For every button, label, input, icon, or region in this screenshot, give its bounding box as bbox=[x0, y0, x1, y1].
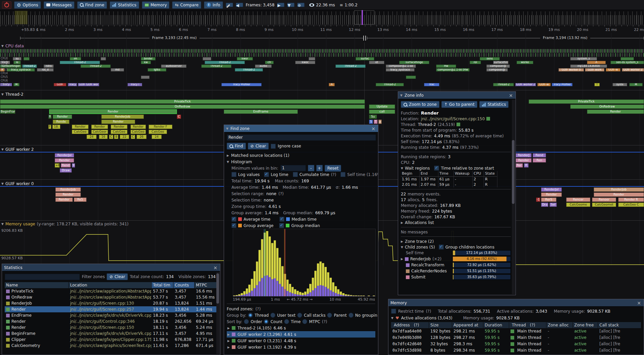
zone-bar[interactable]: Render bbox=[91, 125, 108, 129]
prev-frame-button[interactable]: ◀ bbox=[236, 3, 243, 7]
show-group-median-checkbox[interactable] bbox=[279, 223, 284, 228]
zone-bar[interactable]: GUIF GUIF wor bbox=[78, 83, 99, 86]
zone-bar[interactable]: Thread-2 bbox=[493, 83, 514, 86]
zone-bar[interactable]: Thread-2 bbox=[22, 64, 37, 68]
zone-bar[interactable]: C bbox=[131, 135, 135, 139]
zone-bar[interactable]: kwor bbox=[237, 57, 253, 60]
min-bin-input[interactable]: 1 bbox=[280, 165, 306, 171]
zone-bar[interactable]: M bbox=[13, 83, 19, 86]
zone-bar[interactable]: Render bbox=[55, 158, 74, 163]
zone-bar[interactable]: worke bbox=[517, 61, 533, 64]
table-row[interactable]: Renderjni/../jni/src/guif/Screen.cpp:150… bbox=[5, 324, 217, 330]
table-row-selected[interactable]: Renderjni/../jni/src/guif/Screen.cpp:257… bbox=[5, 306, 217, 312]
zone-bar[interactable]: Dra bbox=[541, 203, 548, 207]
alloc-call-stack[interactable]: [alloc] [fre bbox=[598, 341, 641, 347]
power-button[interactable] bbox=[2, 1, 11, 9]
frames-overview-strip[interactable] bbox=[0, 10, 644, 25]
zone-bar[interactable]: RenderJob bbox=[594, 187, 644, 192]
zone-bar[interactable]: M bbox=[629, 83, 643, 86]
zone-bar[interactable]: composer@ bbox=[486, 64, 510, 68]
zone-bar[interactable]: Thread-2 bbox=[80, 64, 111, 68]
zone-bar[interactable]: sens bbox=[480, 57, 500, 60]
collapse-icon[interactable]: ▼ bbox=[401, 246, 403, 249]
log-values-checkbox[interactable] bbox=[231, 172, 236, 177]
zone-bar[interactable]: cfr bbox=[265, 61, 274, 64]
found-zone-group[interactable]: ▶GUIF worker 0 (3,231)4.48 s bbox=[227, 338, 375, 344]
group-children-checkbox[interactable] bbox=[439, 245, 444, 250]
zone-bar[interactable]: Tracy Profiler bbox=[552, 83, 573, 86]
alloc-address[interactable]: 0x7dfc53d898 bbox=[391, 347, 429, 354]
zone-bar[interactable]: Render bbox=[541, 192, 562, 197]
zone-bar[interactable]: Trac bbox=[424, 83, 439, 86]
zoom-to-zone-button[interactable]: Zoom to zone bbox=[401, 101, 439, 108]
help-icon[interactable]: (?) bbox=[255, 307, 261, 311]
wait-region-row[interactable]: 1.91 ms1.97 ms61 μs-2R bbox=[401, 177, 511, 182]
child-zone-row[interactable]: Self time 172.14 μs (3.83%) bbox=[401, 250, 511, 256]
col-zone-alloc[interactable]: Zone alloc bbox=[546, 322, 573, 328]
col-duration[interactable]: Duration bbox=[483, 322, 509, 328]
zone-bar[interactable]: CalcGeome bbox=[566, 203, 590, 207]
show-median-checkbox[interactable] bbox=[279, 217, 284, 222]
zone-bar[interactable]: +8 bbox=[55, 163, 60, 168]
expand-icon[interactable]: ▶ bbox=[227, 339, 230, 343]
table-row[interactable]: Clipperjni/../jni/src/claw/gfx/geo/Clipp… bbox=[5, 337, 217, 343]
alloc-address[interactable]: 0x7e049b3d00 bbox=[391, 335, 429, 341]
allocation-row[interactable]: 0x7e049b3d00128 bytes298.27 ms59.95 sMai… bbox=[391, 335, 641, 341]
tools-button[interactable] bbox=[226, 3, 233, 7]
table-row[interactable]: RenderJobjni/../jni/src/guif/Screen.cpp:… bbox=[5, 300, 217, 306]
group-parent-radio[interactable] bbox=[327, 313, 332, 318]
zone-bar[interactable]: composer@2.1-se bbox=[386, 64, 416, 68]
zone-bar[interactable]: Rer bbox=[516, 163, 523, 168]
found-zone-group[interactable]: ▶Thread-2 (4,105)6.46 s bbox=[227, 325, 375, 331]
collapse-icon[interactable]: ▼ bbox=[401, 167, 403, 170]
zone-bar[interactable]: Rencer bbox=[566, 197, 590, 202]
alloc-call-stack[interactable]: [alloc] [fre bbox=[598, 335, 641, 341]
scrollbar-thumb[interactable] bbox=[216, 273, 219, 304]
zone-bar[interactable]: Render bbox=[594, 192, 644, 197]
zone-bar[interactable]: Draw bbox=[60, 168, 72, 173]
zone-bar[interactable]: Sel bbox=[549, 203, 557, 207]
collapse-icon[interactable]: ▼ bbox=[1, 182, 4, 185]
filter-zones-input[interactable] bbox=[5, 274, 80, 280]
col-wakeup[interactable]: Wakeup bbox=[454, 171, 473, 177]
alloc-call-stack[interactable]: [alloc] [fre bbox=[598, 347, 641, 354]
zone-bar[interactable]: Render F bbox=[149, 125, 172, 129]
zone-bar[interactable]: audioserver bbox=[161, 64, 186, 68]
col-mtpc[interactable]: MTPC bbox=[195, 282, 217, 288]
table-row[interactable]: OnRedrawjni/../jni/src/claw/application/… bbox=[5, 294, 217, 300]
child-zone-row[interactable]: Submit 35.63 μs (0.79%) bbox=[401, 274, 511, 280]
zone-bar[interactable]: Render bbox=[49, 109, 177, 114]
zone-bar[interactable]: syste bbox=[612, 83, 627, 86]
table-row[interactable]: CalcGeometryjni/../jni/src/claw/graphics… bbox=[5, 343, 217, 349]
zone-bar[interactable] bbox=[406, 76, 416, 79]
zone-bar[interactable]: PrivateTick bbox=[0, 99, 365, 104]
zone-bar[interactable]: RenderJol bbox=[541, 187, 562, 192]
zone-bar[interactable]: CalcGeo bbox=[111, 130, 127, 134]
scrollbar-track[interactable] bbox=[216, 272, 220, 354]
group-thread-radio[interactable] bbox=[248, 313, 253, 318]
zone-bar[interactable]: -17 bbox=[536, 197, 540, 202]
ignore-case-checkbox[interactable] bbox=[271, 144, 276, 149]
scrollbar-track[interactable] bbox=[512, 100, 515, 294]
zone-bar[interactable]: rol bbox=[470, 61, 481, 64]
expand-icon[interactable]: ▶ bbox=[401, 257, 403, 261]
frame-dropdown-button[interactable]: ▼ bbox=[287, 3, 294, 7]
zone-bar[interactable]: irq/144-1436400 bbox=[570, 64, 607, 68]
zone-bar[interactable]: Thread-2 bbox=[335, 64, 366, 68]
zone-bar[interactable]: CalcGeomet bbox=[592, 203, 616, 207]
zone-trace-section[interactable]: Zone trace (2) bbox=[405, 239, 434, 244]
found-zone-group[interactable]: ▶GUIF worker 1 (3,192)4.39 s bbox=[227, 344, 375, 350]
location-value[interactable]: jni/../jni/src/guif/Screen.cpp:150 bbox=[421, 117, 485, 121]
zone-bar[interactable]: a bbox=[378, 120, 382, 124]
goto-frame-button[interactable]: ⊕ bbox=[297, 3, 305, 7]
group-call-stacks-radio[interactable] bbox=[297, 313, 302, 318]
zone-bar[interactable]: RenderJol bbox=[55, 153, 74, 158]
zone-bar[interactable]: kw bbox=[141, 61, 151, 64]
zone-bar[interactable]: surfaceflin bbox=[493, 61, 508, 64]
zone-bar[interactable]: CalcGeo bbox=[149, 130, 167, 134]
zone-bar[interactable]: 8 bbox=[114, 135, 118, 139]
expand-icon[interactable]: ▶ bbox=[227, 326, 230, 330]
zone-bar[interactable]: surfaceflinge bbox=[399, 61, 429, 64]
zone-bar[interactable]: Thread-2 bbox=[60, 61, 100, 64]
expand-icon[interactable]: ▶ bbox=[227, 154, 229, 157]
